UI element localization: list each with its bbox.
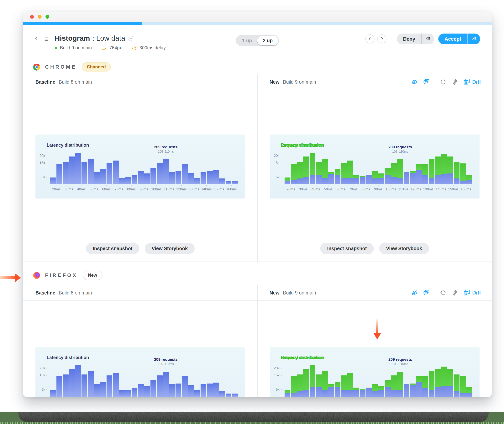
histogram-bar [360, 362, 366, 397]
chart-annotation: 209 requests105–110ms [154, 145, 178, 159]
focus-button[interactable] [439, 78, 447, 86]
histogram-bar [75, 150, 81, 184]
fullscreen-window-icon[interactable] [45, 15, 49, 19]
desk-texture [0, 422, 504, 424]
diff-toggle-button[interactable]: Diff [463, 289, 481, 297]
new-snapshot-diff-chart: Latency distributionRequest distribution… [270, 347, 479, 397]
histogram-bar [226, 150, 232, 184]
histogram-bar [88, 150, 94, 184]
build-status-text: Build 9 on main [60, 45, 92, 50]
hide-snapshot-button[interactable] [411, 289, 418, 296]
histogram-bar [232, 362, 238, 397]
histogram-bar [188, 362, 194, 397]
x-tick [341, 185, 341, 186]
inspect-snapshot-button[interactable]: Inspect snapshot [320, 243, 374, 254]
histogram-bar [303, 150, 309, 184]
histogram-bar [132, 362, 138, 397]
chevron-left-icon [368, 37, 372, 41]
histogram-bar [219, 150, 225, 184]
new-snapshot-panel: Latency distributionRequest distribution… [257, 301, 492, 397]
viewport-icon [101, 45, 106, 50]
accept-batch-button[interactable] [467, 34, 480, 44]
view-storybook-button[interactable]: View Storybook [379, 243, 429, 254]
back-button[interactable] [33, 36, 40, 42]
histogram-bar [422, 150, 428, 184]
histogram-bar [322, 362, 328, 397]
bolt-off-icon [452, 83, 458, 86]
histogram-bar [219, 362, 225, 397]
x-tick [441, 185, 441, 186]
x-tick [303, 185, 303, 186]
histogram-bar [422, 362, 428, 397]
x-tick [81, 185, 81, 186]
x-tick-label: 60ms [102, 187, 111, 191]
histogram-bar [378, 150, 384, 184]
annotation-arrow-right-icon [0, 273, 21, 282]
histogram-bar [125, 362, 131, 397]
comment-button[interactable] [423, 78, 430, 86]
histogram-bar [429, 362, 435, 397]
histogram-bar [232, 150, 238, 184]
hide-snapshot-button[interactable] [411, 78, 418, 86]
chart-annotation: 209 requests105–110ms [154, 357, 178, 372]
histogram-bar [226, 362, 232, 397]
x-tick-label: 40ms [77, 187, 86, 191]
histogram-bar [335, 150, 341, 184]
x-tick-label: 120ms [176, 187, 187, 191]
deny-batch-button[interactable] [421, 34, 434, 44]
x-tick-label: 100ms [151, 187, 162, 191]
delay-text: 300ms delay [140, 45, 166, 50]
y-tick-label: 15k [273, 161, 282, 165]
previous-change-button[interactable] [365, 34, 375, 44]
histogram-bar [88, 362, 94, 397]
close-window-icon[interactable] [30, 15, 34, 19]
toggle-1up-button[interactable]: 1 up [237, 36, 257, 45]
eye-off-icon [411, 83, 418, 86]
diff-toggle-button[interactable]: Diff [463, 78, 481, 86]
next-change-button[interactable] [377, 34, 387, 44]
crosshair-icon [440, 83, 446, 86]
histogram-bar [466, 150, 472, 184]
x-tick-label: 120ms [411, 187, 421, 191]
minimize-window-icon[interactable] [38, 15, 42, 19]
histogram-bar [119, 150, 125, 184]
interactions-off-button[interactable] [451, 289, 459, 296]
status-badge-new: New [83, 271, 103, 280]
chevron-left-icon [34, 39, 39, 42]
story-meta: Build 9 on main 764px 300ms delay [55, 45, 166, 50]
histogram-bar [194, 362, 200, 397]
chrome-section: CHROME Changed Baseline Build 8 on main … [23, 57, 492, 262]
diff-label: Diff [472, 79, 481, 85]
histogram-bar [378, 362, 384, 397]
accept-button[interactable]: Accept [438, 34, 467, 44]
new-snapshot-diff-chart: Latency distributionRequest distribution… [270, 135, 479, 199]
x-tick-label: 50ms [90, 187, 98, 191]
x-tick [328, 185, 328, 186]
check-list-icon [471, 36, 477, 42]
x-tick [353, 185, 354, 186]
x-list-icon [425, 36, 430, 42]
histogram-bar [291, 362, 297, 397]
x-tick-label: 30ms [65, 187, 73, 191]
view-storybook-button[interactable]: View Storybook [145, 243, 195, 254]
histogram-bar [372, 362, 378, 397]
comment-button[interactable] [423, 289, 430, 296]
x-tick-label: 50ms [324, 187, 332, 191]
crosshair-icon [440, 294, 446, 297]
deny-button[interactable]: Deny [397, 34, 422, 44]
desk-background [0, 412, 504, 424]
inspect-snapshot-button[interactable]: Inspect snapshot [86, 243, 140, 254]
x-tick-label: 140ms [201, 187, 212, 191]
baseline-snapshot-panel: Latency distribution5k15k20k20ms30ms40ms… [23, 301, 257, 397]
x-tick [156, 185, 157, 186]
interactions-off-button[interactable] [451, 78, 459, 86]
focus-button[interactable] [439, 289, 447, 296]
x-tick [366, 185, 366, 186]
compare-header: Baseline Build 8 on main New Build 9 on … [23, 285, 492, 301]
story-list-button[interactable] [42, 36, 49, 42]
accept-split-button: Accept [438, 34, 480, 44]
x-tick [290, 185, 291, 186]
view-mode-toggle: 1 up 2 up [236, 35, 279, 46]
permalink-icon[interactable] [128, 35, 134, 41]
toggle-2up-button[interactable]: 2 up [257, 36, 278, 45]
